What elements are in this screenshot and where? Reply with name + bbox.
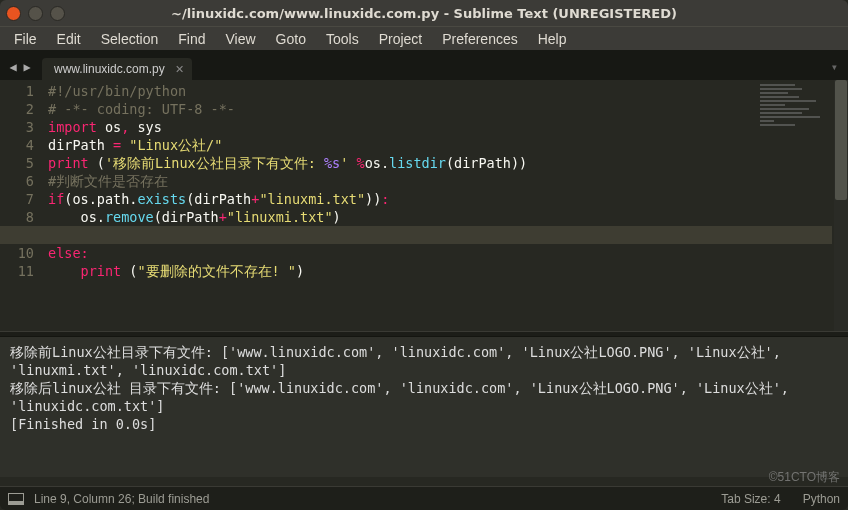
editor-scrollbar-thumb[interactable] bbox=[835, 80, 847, 200]
menu-find[interactable]: Find bbox=[168, 29, 215, 49]
menu-edit[interactable]: Edit bbox=[47, 29, 91, 49]
tab-size-selector[interactable]: Tab Size: 4 bbox=[721, 492, 780, 506]
titlebar: ~/linuxidc.com/www.linuxidc.com.py - Sub… bbox=[0, 0, 848, 26]
menubar: FileEditSelectionFindViewGotoToolsProjec… bbox=[0, 26, 848, 50]
panel-switcher-icon[interactable] bbox=[8, 493, 24, 505]
build-output-panel[interactable]: 移除前Linux公社目录下有文件: ['www.linuxidc.com', '… bbox=[0, 337, 848, 477]
menu-goto[interactable]: Goto bbox=[266, 29, 316, 49]
window-title: ~/linuxidc.com/www.linuxidc.com.py - Sub… bbox=[72, 6, 776, 21]
line-number: 10 bbox=[0, 244, 34, 262]
minimap[interactable] bbox=[760, 82, 830, 202]
syntax-selector[interactable]: Python bbox=[803, 492, 840, 506]
line-number: 2 bbox=[0, 100, 34, 118]
current-line-highlight bbox=[0, 226, 832, 244]
code-area[interactable]: #!/usr/bin/python# -*- coding: UTF-8 -*-… bbox=[48, 80, 569, 331]
line-number: 1 bbox=[0, 82, 34, 100]
code-line[interactable]: print ("要删除的文件不存在! ") bbox=[48, 262, 569, 280]
line-number: 6 bbox=[0, 172, 34, 190]
menu-project[interactable]: Project bbox=[369, 29, 433, 49]
code-line[interactable]: print ('移除前Linux公社目录下有文件: %s' %os.listdi… bbox=[48, 154, 569, 172]
menu-file[interactable]: File bbox=[4, 29, 47, 49]
code-line[interactable]: dirPath = "Linux公社/" bbox=[48, 136, 569, 154]
tab-label: www.linuxidc.com.py bbox=[54, 62, 165, 76]
code-line[interactable]: else: bbox=[48, 244, 569, 262]
line-number: 5 bbox=[0, 154, 34, 172]
menu-view[interactable]: View bbox=[216, 29, 266, 49]
line-number: 4 bbox=[0, 136, 34, 154]
close-window-button[interactable] bbox=[6, 6, 21, 21]
menu-preferences[interactable]: Preferences bbox=[432, 29, 527, 49]
line-number: 7 bbox=[0, 190, 34, 208]
menu-help[interactable]: Help bbox=[528, 29, 577, 49]
tab-row: ◀ ▶ www.linuxidc.com.py ✕ ▾ bbox=[0, 50, 848, 80]
code-line[interactable]: if(os.path.exists(dirPath+"linuxmi.txt")… bbox=[48, 190, 569, 208]
nav-back-icon[interactable]: ◀ bbox=[6, 60, 20, 80]
line-number: 3 bbox=[0, 118, 34, 136]
code-line[interactable]: #!/usr/bin/python bbox=[48, 82, 569, 100]
line-number: 8 bbox=[0, 208, 34, 226]
menu-selection[interactable]: Selection bbox=[91, 29, 169, 49]
nav-forward-icon[interactable]: ▶ bbox=[20, 60, 34, 80]
code-line[interactable]: import os, sys bbox=[48, 118, 569, 136]
close-tab-icon[interactable]: ✕ bbox=[175, 63, 184, 76]
code-editor[interactable]: 1234567891011 #!/usr/bin/python# -*- cod… bbox=[0, 80, 848, 331]
minimize-window-button[interactable] bbox=[28, 6, 43, 21]
tab-file[interactable]: www.linuxidc.com.py ✕ bbox=[42, 58, 192, 80]
code-line[interactable]: #判断文件是否存在 bbox=[48, 172, 569, 190]
maximize-window-button[interactable] bbox=[50, 6, 65, 21]
cursor-position[interactable]: Line 9, Column 26; Build finished bbox=[34, 492, 209, 506]
line-number-gutter: 1234567891011 bbox=[0, 80, 48, 331]
line-number: 11 bbox=[0, 262, 34, 280]
editor-scrollbar-track[interactable] bbox=[834, 80, 848, 331]
menu-tools[interactable]: Tools bbox=[316, 29, 369, 49]
code-line[interactable]: os.remove(dirPath+"linuxmi.txt") bbox=[48, 208, 569, 226]
watermark-text: ©51CTO博客 bbox=[769, 469, 840, 486]
tab-overflow-icon[interactable]: ▾ bbox=[831, 60, 838, 74]
code-line[interactable]: # -*- coding: UTF-8 -*- bbox=[48, 100, 569, 118]
status-bar: Line 9, Column 26; Build finished Tab Si… bbox=[0, 486, 848, 510]
